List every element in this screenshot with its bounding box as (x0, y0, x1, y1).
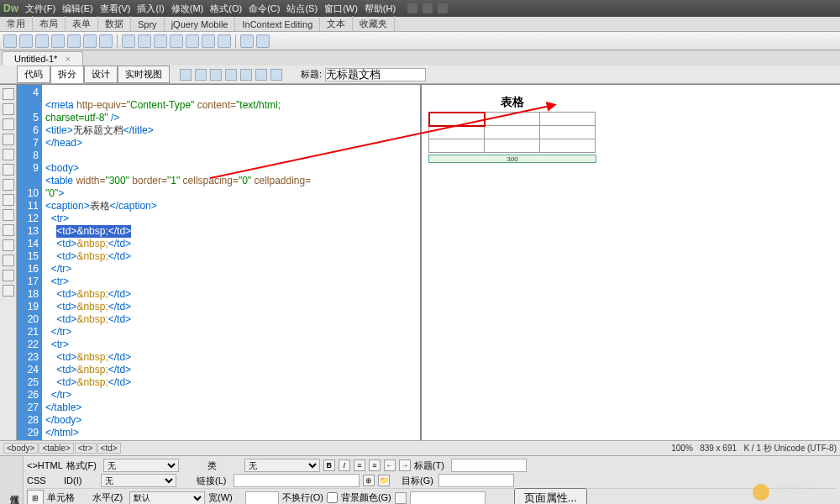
tool-icon[interactable] (35, 34, 49, 48)
menu-edit[interactable]: 编辑(E) (62, 3, 93, 15)
tool-icon[interactable] (83, 34, 97, 48)
tool-icon[interactable] (186, 34, 199, 48)
preview-cell[interactable] (540, 126, 596, 139)
tool-icon[interactable] (240, 34, 254, 48)
tab-jquery[interactable]: jQuery Mobile (165, 18, 236, 31)
cell-icon[interactable]: ⊞ (27, 490, 44, 505)
tool-icon[interactable] (170, 34, 183, 48)
mini-tool-icon[interactable] (225, 69, 237, 81)
tab-fav[interactable]: 收藏夹 (353, 16, 395, 32)
code-tool-icon[interactable] (3, 118, 14, 130)
preview-cell[interactable] (485, 139, 540, 153)
code-tool-icon[interactable] (3, 270, 14, 281)
menu-site[interactable]: 站点(S) (286, 3, 318, 15)
tool-icon[interactable] (218, 34, 231, 48)
code-tool-icon[interactable] (3, 255, 14, 266)
format-select[interactable]: 无 (103, 459, 179, 472)
crumb-tr[interactable]: <tr> (75, 443, 97, 454)
code-tool-icon[interactable] (3, 285, 14, 297)
menu-help[interactable]: 帮助(H) (365, 3, 396, 15)
mini-tool-icon[interactable] (195, 69, 207, 81)
preview-table[interactable]: 表格 (428, 95, 596, 153)
layout-icon[interactable] (423, 3, 433, 13)
mini-tool-icon[interactable] (240, 69, 252, 81)
tool-icon[interactable] (256, 34, 270, 48)
view-live-button[interactable]: 实时视图 (118, 66, 170, 83)
target-input[interactable] (438, 474, 514, 487)
menu-insert[interactable]: 插入(I) (137, 3, 164, 15)
mini-tool-icon[interactable] (255, 69, 267, 81)
indent-button[interactable]: → (399, 459, 411, 471)
code-tool-icon[interactable] (3, 164, 14, 176)
class-select[interactable]: 无 (244, 459, 320, 472)
preview-cell[interactable] (485, 126, 540, 139)
tab-data[interactable]: 数据 (98, 16, 131, 32)
mini-tool-icon[interactable] (210, 69, 222, 81)
code-editor[interactable]: <meta http-equiv="Content-Type" content=… (42, 85, 420, 440)
horiz-select[interactable]: 默认 (129, 491, 205, 505)
preview-cell[interactable] (540, 113, 596, 126)
tool-icon[interactable] (202, 34, 215, 48)
code-tool-icon[interactable] (3, 224, 14, 236)
view-split-button[interactable]: 拆分 (50, 66, 84, 83)
tool-icon[interactable] (154, 34, 167, 48)
tab-forms[interactable]: 表单 (66, 16, 98, 32)
close-icon[interactable]: × (65, 54, 70, 64)
italic-button[interactable]: I (339, 459, 350, 471)
preview-cell-selected[interactable] (429, 113, 485, 126)
menu-format[interactable]: 格式(O) (210, 3, 242, 15)
code-tool-icon[interactable] (3, 209, 14, 221)
page-properties-button[interactable]: 页面属性... (514, 488, 587, 505)
menu-modify[interactable]: 修改(M) (171, 3, 204, 15)
folder-icon[interactable]: 📁 (378, 475, 390, 486)
tab-spry[interactable]: Spry (131, 18, 165, 31)
tool-icon[interactable] (138, 34, 151, 48)
code-tool-icon[interactable] (3, 149, 14, 160)
tool-icon[interactable] (67, 34, 81, 48)
preview-cell[interactable] (429, 139, 485, 153)
tool-icon[interactable] (51, 34, 65, 48)
document-tab[interactable]: Untitled-1* × (2, 51, 83, 66)
code-tool-icon[interactable] (3, 134, 14, 145)
design-preview[interactable]: 表格 300 (420, 85, 840, 440)
code-tool-icon[interactable] (3, 194, 14, 206)
code-tool-icon[interactable] (3, 103, 14, 115)
selected-code[interactable]: <td>&nbsp;</td> (56, 225, 131, 238)
crumb-body[interactable]: <body> (3, 443, 38, 454)
title-input[interactable] (325, 68, 426, 81)
id-select[interactable]: 无 (101, 474, 176, 487)
tool-icon[interactable] (3, 34, 17, 48)
menu-commands[interactable]: 命令(C) (249, 3, 280, 15)
tool-icon[interactable] (19, 34, 33, 48)
preview-cell[interactable] (429, 126, 485, 139)
menu-window[interactable]: 窗口(W) (324, 3, 358, 15)
code-tool-icon[interactable] (3, 179, 14, 191)
nowrap-checkbox[interactable] (327, 492, 338, 503)
mini-tool-icon[interactable] (180, 69, 192, 81)
menu-file[interactable]: 文件(F) (25, 3, 55, 15)
link-browse-icon[interactable]: ⊕ (363, 475, 375, 486)
title2-input[interactable] (451, 459, 527, 472)
zoom-value[interactable]: 100% (671, 444, 693, 453)
link-input[interactable] (234, 474, 360, 487)
view-design-button[interactable]: 设计 (84, 66, 118, 83)
mini-tool-icon[interactable] (270, 69, 282, 81)
tool-icon[interactable] (122, 34, 135, 48)
crumb-td[interactable]: <td> (97, 443, 121, 454)
preview-cell[interactable] (540, 139, 596, 153)
indent-button[interactable]: ← (384, 459, 396, 471)
layout-icon[interactable] (407, 3, 417, 13)
bold-button[interactable]: B (323, 459, 335, 471)
bgcolor-input[interactable] (410, 491, 486, 505)
tab-layout[interactable]: 布局 (33, 16, 66, 32)
code-tool-icon[interactable] (3, 88, 14, 100)
menu-view[interactable]: 查看(V) (100, 3, 131, 15)
tab-incontext[interactable]: InContext Editing (235, 18, 320, 31)
list-button[interactable]: ≡ (354, 459, 365, 471)
tab-text[interactable]: 文本 (320, 16, 353, 32)
layout-icon[interactable] (438, 3, 448, 13)
tab-common[interactable]: 常用 (0, 16, 33, 32)
view-code-button[interactable]: 代码 (17, 66, 50, 83)
code-tool-icon[interactable] (3, 239, 14, 251)
color-swatch[interactable] (395, 492, 407, 504)
